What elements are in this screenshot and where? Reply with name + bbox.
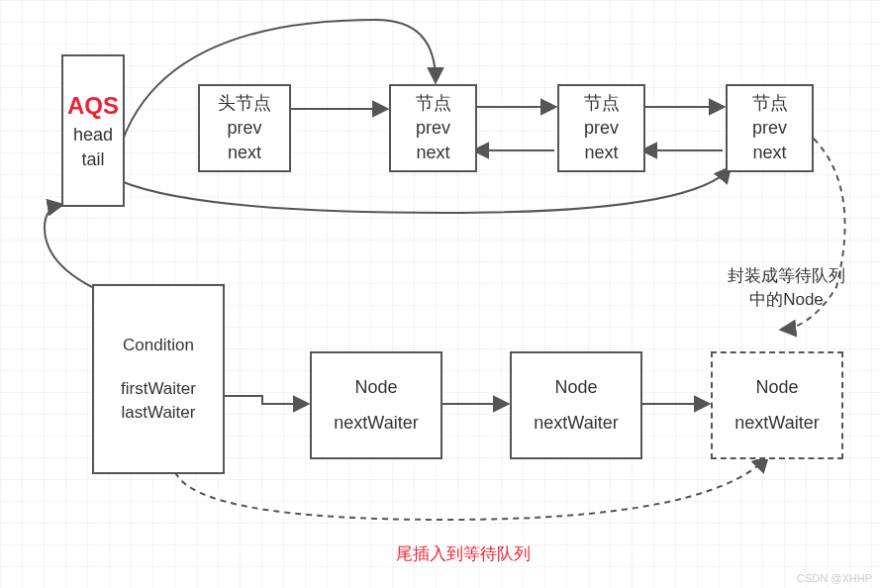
annotation-wrap: 封装成等待队列中的Node bbox=[728, 264, 845, 312]
head-node-title: 头节点 bbox=[218, 91, 271, 116]
sync-node-3: 节点prevnext bbox=[726, 84, 814, 172]
aqs-head: head bbox=[73, 123, 113, 147]
wait-node-2: NodenextWaiter bbox=[510, 351, 642, 459]
condition-first: firstWaiter bbox=[121, 377, 196, 401]
annotation-tail-insert: 尾插入到等待队列 bbox=[396, 542, 531, 565]
wait-node-1: NodenextWaiter bbox=[310, 351, 442, 459]
head-node-next: next bbox=[228, 141, 261, 165]
aqs-box: AQS head tail bbox=[61, 54, 125, 207]
head-node-box: 头节点 prev next bbox=[198, 84, 291, 172]
watermark: CSDN @XHHP bbox=[797, 572, 872, 584]
aqs-title: AQS bbox=[67, 89, 119, 123]
condition-title: Condition bbox=[123, 334, 194, 357]
wait-node-3: NodenextWaiter bbox=[711, 351, 843, 459]
condition-last: lastWaiter bbox=[122, 401, 196, 425]
condition-box: Condition firstWaiter lastWaiter bbox=[92, 284, 225, 474]
sync-node-1: 节点prevnext bbox=[389, 84, 477, 172]
aqs-tail: tail bbox=[81, 147, 104, 172]
diagram: AQS head tail 头节点 prev next 节点prevnext 节… bbox=[0, 0, 880, 588]
sync-node-2: 节点prevnext bbox=[557, 84, 645, 172]
head-node-prev: prev bbox=[227, 116, 261, 141]
